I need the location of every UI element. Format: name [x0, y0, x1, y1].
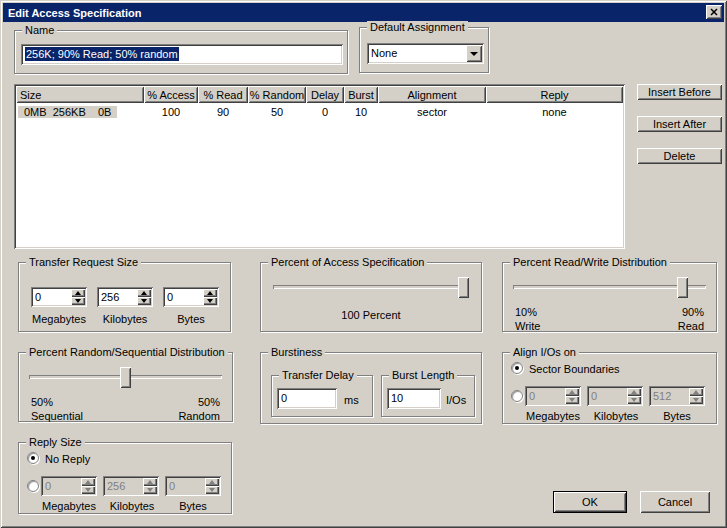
transfer-delay-group: Transfer Delay 0 ms: [271, 375, 373, 417]
spin-up-button[interactable]: [203, 289, 217, 297]
no-reply-radio[interactable]: [27, 452, 39, 464]
spin-up-button[interactable]: [137, 289, 151, 297]
name-input-selected-text: 256K; 90% Read; 50% random: [25, 47, 179, 61]
transfer-request-size-label: Transfer Request Size: [26, 256, 141, 268]
insert-after-button[interactable]: Insert After: [637, 116, 722, 132]
column-header-reply[interactable]: Reply: [486, 86, 623, 103]
bytes-unit-label: Bytes: [651, 410, 703, 422]
column-header-delay[interactable]: Delay: [306, 86, 344, 103]
reply-size-label: Reply Size: [26, 436, 85, 448]
name-group: Name 256K; 90% Read; 50% random: [14, 30, 348, 74]
spin-down-icon: [693, 398, 699, 402]
transfer-delay-label: Transfer Delay: [279, 369, 357, 381]
selected-cell-highlight: 0MB 256KB 0B: [18, 106, 117, 118]
dropdown-button[interactable]: [466, 45, 482, 62]
trs-kilobytes-spinner[interactable]: 256: [97, 287, 153, 307]
write-percent-label: 10%Write: [515, 305, 540, 333]
spin-up-icon: [147, 480, 153, 484]
custom-alignment-radio[interactable]: [511, 390, 523, 402]
insert-after-label: Insert After: [653, 118, 706, 130]
reply-bytes-value: 0: [167, 478, 205, 494]
spin-down-button: [565, 396, 579, 404]
insert-before-button[interactable]: Insert Before: [637, 84, 722, 100]
spin-up-button: [81, 478, 95, 486]
default-assignment-label: Default Assignment: [367, 21, 468, 33]
spin-down-button: [143, 486, 157, 494]
slider-thumb[interactable]: [677, 277, 688, 298]
random-percent-label: 50%Random: [178, 395, 220, 423]
spin-down-button[interactable]: [137, 297, 151, 305]
spin-up-icon: [207, 291, 213, 295]
cell-reply: none: [486, 106, 623, 118]
name-input[interactable]: 256K; 90% Read; 50% random: [21, 44, 343, 65]
delete-button[interactable]: Delete: [637, 148, 722, 164]
burstiness-group: Burstiness Transfer Delay 0 ms Burst Len…: [260, 352, 482, 424]
window-title: Edit Access Specification: [8, 7, 141, 19]
column-header-burst[interactable]: Burst: [344, 86, 378, 103]
burst-length-input[interactable]: 10: [387, 388, 441, 409]
close-icon: [710, 8, 718, 16]
kilobytes-unit-label: Kilobytes: [101, 500, 163, 512]
title-bar[interactable]: Edit Access Specification: [3, 3, 724, 22]
spin-down-icon: [209, 488, 215, 492]
read-write-slider[interactable]: [513, 277, 706, 298]
transfer-delay-unit: ms: [344, 394, 359, 406]
read-write-distribution-group: Percent Read/Write Distribution 10%Write…: [502, 262, 717, 332]
percent-access-group: Percent of Access Specification 100 Perc…: [260, 262, 482, 332]
random-sequential-label: Percent Random/Sequential Distribution: [26, 346, 228, 358]
column-header-read[interactable]: % Read: [198, 86, 248, 103]
column-header-access[interactable]: % Access: [144, 86, 198, 103]
align-megabytes-value: 0: [527, 388, 565, 404]
insert-before-label: Insert Before: [648, 86, 711, 98]
kilobytes-unit-label: Kilobytes: [585, 410, 647, 422]
spin-up-icon: [85, 480, 91, 484]
slider-thumb[interactable]: [458, 277, 469, 298]
transfer-delay-input[interactable]: 0: [277, 388, 337, 409]
spin-down-button: [689, 396, 703, 404]
spin-up-icon: [209, 480, 215, 484]
read-percent-label: 90%Read: [678, 305, 704, 333]
trs-megabytes-value[interactable]: 0: [33, 289, 71, 305]
cancel-button[interactable]: Cancel: [640, 491, 710, 513]
spin-down-icon: [147, 488, 153, 492]
column-header-size[interactable]: Size: [16, 86, 144, 103]
spin-down-button[interactable]: [71, 297, 85, 305]
default-assignment-select[interactable]: None: [367, 43, 484, 64]
ok-button[interactable]: OK: [553, 491, 627, 513]
trs-megabytes-spinner[interactable]: 0: [31, 287, 87, 307]
cell-access: 100: [144, 106, 198, 118]
spin-down-button: [81, 486, 95, 494]
slider-track[interactable]: [273, 285, 469, 289]
spin-up-icon: [693, 390, 699, 394]
name-group-label: Name: [22, 24, 57, 36]
column-header-random[interactable]: % Random: [248, 86, 306, 103]
sector-boundaries-radio[interactable]: [511, 362, 523, 374]
reply-megabytes-spinner: 0: [41, 476, 97, 496]
table-row[interactable]: 0MB 256KB 0B 100 90 50 0 10 sector none: [16, 103, 623, 120]
read-write-distribution-label: Percent Read/Write Distribution: [510, 256, 670, 268]
spin-down-icon: [207, 299, 213, 303]
access-spec-table[interactable]: Size % Access % Read % Random Delay Burs…: [14, 84, 625, 249]
random-sequential-slider[interactable]: [29, 367, 222, 388]
align-bytes-spinner: 512: [649, 386, 705, 406]
align-kilobytes-spinner: 0: [587, 386, 643, 406]
burstiness-label: Burstiness: [268, 346, 325, 358]
spin-down-button[interactable]: [203, 297, 217, 305]
spin-up-button: [565, 388, 579, 396]
spin-up-button: [143, 478, 157, 486]
spin-down-icon: [75, 299, 81, 303]
random-sequential-group: Percent Random/Sequential Distribution 5…: [18, 352, 233, 422]
spin-down-icon: [85, 488, 91, 492]
spin-up-button[interactable]: [71, 289, 85, 297]
custom-reply-radio[interactable]: [27, 480, 39, 492]
spin-up-button: [205, 478, 219, 486]
trs-bytes-spinner[interactable]: 0: [163, 287, 219, 307]
trs-kilobytes-value[interactable]: 256: [99, 289, 137, 305]
close-button[interactable]: [706, 5, 722, 19]
slider-thumb[interactable]: [120, 367, 131, 388]
burst-length-label: Burst Length: [389, 369, 457, 381]
percent-access-slider[interactable]: [273, 277, 469, 298]
bytes-unit-label: Bytes: [167, 500, 219, 512]
column-header-alignment[interactable]: Alignment: [378, 86, 486, 103]
trs-bytes-value[interactable]: 0: [165, 289, 203, 305]
